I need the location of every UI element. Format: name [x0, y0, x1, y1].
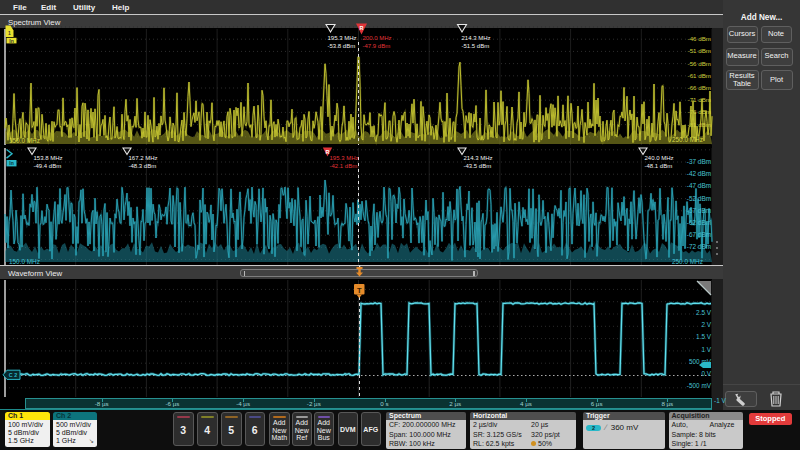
- svg-text:240.0 MHz: 240.0 MHz: [645, 155, 674, 161]
- svg-text:2.5 V: 2.5 V: [696, 309, 712, 316]
- svg-text:150.0 MHz: 150.0 MHz: [9, 258, 40, 265]
- svg-text:-43.5 dBm: -43.5 dBm: [464, 163, 492, 169]
- svg-text:-57 dBm: -57 dBm: [687, 207, 711, 214]
- svg-text:195.3 MHz: 195.3 MHz: [328, 35, 357, 41]
- svg-text:-76 dBm: -76 dBm: [688, 108, 711, 115]
- svg-text:-53.8 dBm: -53.8 dBm: [328, 43, 356, 49]
- svg-text:-42.1 dBm: -42.1 dBm: [330, 163, 358, 169]
- svg-text:-1 V: -1 V: [714, 397, 726, 404]
- svg-text:-48.3 dBm: -48.3 dBm: [129, 163, 157, 169]
- svg-text:-52 dBm: -52 dBm: [687, 195, 711, 202]
- svg-text:0 V: 0 V: [701, 370, 711, 377]
- svg-text:-67 dBm: -67 dBm: [687, 231, 711, 238]
- svg-text:-66 dBm: -66 dBm: [688, 84, 711, 91]
- svg-text:-48.1 dBm: -48.1 dBm: [645, 163, 673, 169]
- svg-text:-49.4 dBm: -49.4 dBm: [34, 163, 62, 169]
- svg-text:200.0 MHz: 200.0 MHz: [363, 35, 392, 41]
- svg-text:-51 dBm: -51 dBm: [688, 47, 711, 54]
- svg-text:214.3 MHz: 214.3 MHz: [464, 155, 493, 161]
- svg-text:-51.5 dBm: -51.5 dBm: [462, 43, 490, 49]
- svg-text:R: R: [360, 25, 364, 31]
- svg-text:-71 dBm: -71 dBm: [688, 96, 711, 103]
- svg-text:-46 dBm: -46 dBm: [688, 35, 711, 42]
- svg-text:250.0 MHz: 250.0 MHz: [672, 136, 703, 143]
- svg-text:195.3 MHz: 195.3 MHz: [330, 155, 359, 161]
- svg-text:150.0 MHz: 150.0 MHz: [9, 137, 40, 144]
- svg-text:-500 mV: -500 mV: [687, 382, 712, 389]
- svg-text:C 2: C 2: [9, 372, 17, 378]
- svg-text:1.5 V: 1.5 V: [696, 333, 712, 340]
- svg-text:-47 dBm: -47 dBm: [687, 182, 711, 189]
- svg-text:-37 dBm: -37 dBm: [687, 158, 711, 165]
- svg-text:250.0 MHz: 250.0 MHz: [672, 258, 703, 265]
- svg-text:-56 dBm: -56 dBm: [688, 60, 711, 67]
- svg-text:In: In: [9, 38, 13, 44]
- svg-text:1 V: 1 V: [701, 346, 711, 353]
- svg-text:-42 dBm: -42 dBm: [687, 170, 711, 177]
- svg-text:-47.9 dBm: -47.9 dBm: [363, 43, 391, 49]
- svg-text:-81 dBm: -81 dBm: [688, 121, 711, 128]
- svg-text:167.2 MHz: 167.2 MHz: [129, 155, 158, 161]
- svg-text:153.8 MHz: 153.8 MHz: [34, 155, 63, 161]
- svg-text:In: In: [9, 160, 13, 166]
- svg-text:R: R: [326, 149, 330, 155]
- svg-text:1: 1: [8, 30, 11, 36]
- svg-text:2 V: 2 V: [701, 321, 711, 328]
- svg-text:214.3 MHz: 214.3 MHz: [462, 35, 491, 41]
- svg-text:T: T: [357, 286, 362, 295]
- svg-text:-72 dBm: -72 dBm: [687, 243, 711, 250]
- svg-text:-62 dBm: -62 dBm: [687, 219, 711, 226]
- svg-text:-61 dBm: -61 dBm: [688, 72, 711, 79]
